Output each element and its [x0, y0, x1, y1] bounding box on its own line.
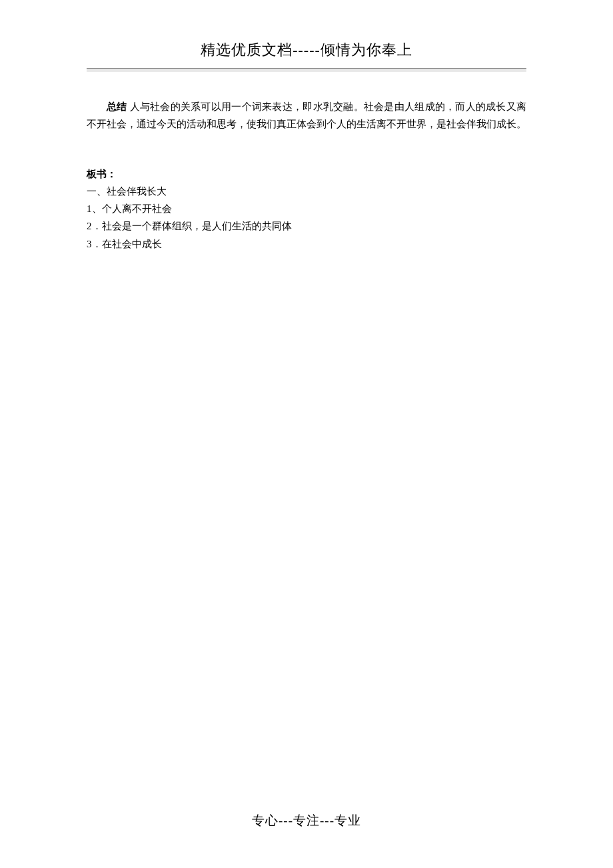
header-divider-thin [87, 71, 526, 71]
outline-item: 3．在社会中成长 [87, 235, 526, 253]
header-divider-thick [87, 68, 526, 69]
summary-paragraph: 总结人与社会的关系可以用一个词来表达，即水乳交融。社会是由人组成的，而人的成长又… [87, 98, 526, 133]
outline-item: 1、个人离不开社会 [87, 200, 526, 217]
page-footer: 专心---专注---专业 [0, 812, 613, 829]
outline-title: 板书： [87, 165, 526, 183]
summary-label: 总结 [107, 101, 127, 112]
summary-text: 人与社会的关系可以用一个词来表达，即水乳交融。社会是由人组成的，而人的成长又离不… [87, 101, 526, 129]
outline-item: 2．社会是一个群体组织，是人们生活的共同体 [87, 217, 526, 235]
outline-item: 一、社会伴我长大 [87, 183, 526, 200]
page-header: 精选优质文档-----倾情为你奉上 [87, 40, 526, 68]
document-page: 精选优质文档-----倾情为你奉上 总结人与社会的关系可以用一个词来表达，即水乳… [0, 0, 613, 253]
